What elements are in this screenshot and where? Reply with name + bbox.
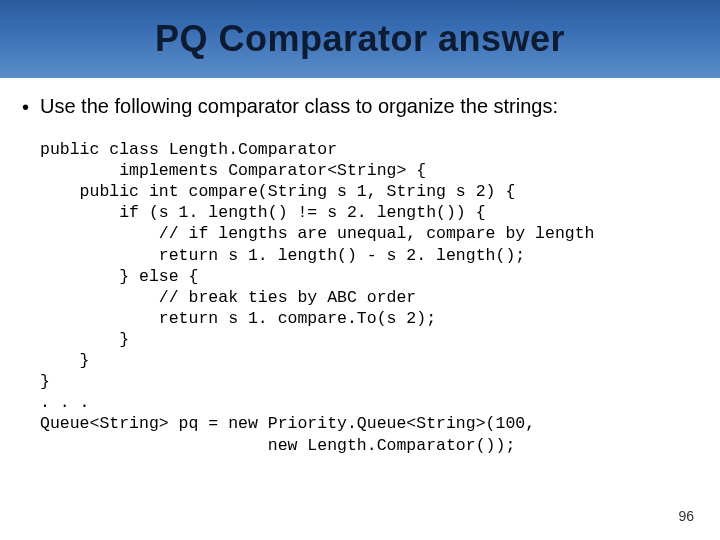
slide-body: • Use the following comparator class to … — [22, 95, 698, 456]
title-band: PQ Comparator answer — [0, 0, 720, 78]
slide-title: PQ Comparator answer — [155, 18, 565, 60]
bullet-dot-icon: • — [22, 95, 40, 119]
code-block: public class Length.Comparator implement… — [40, 139, 698, 456]
slide: PQ Comparator answer • Use the following… — [0, 0, 720, 540]
bullet-text: Use the following comparator class to or… — [40, 95, 698, 118]
page-number: 96 — [678, 508, 694, 524]
bullet-item: • Use the following comparator class to … — [22, 95, 698, 119]
